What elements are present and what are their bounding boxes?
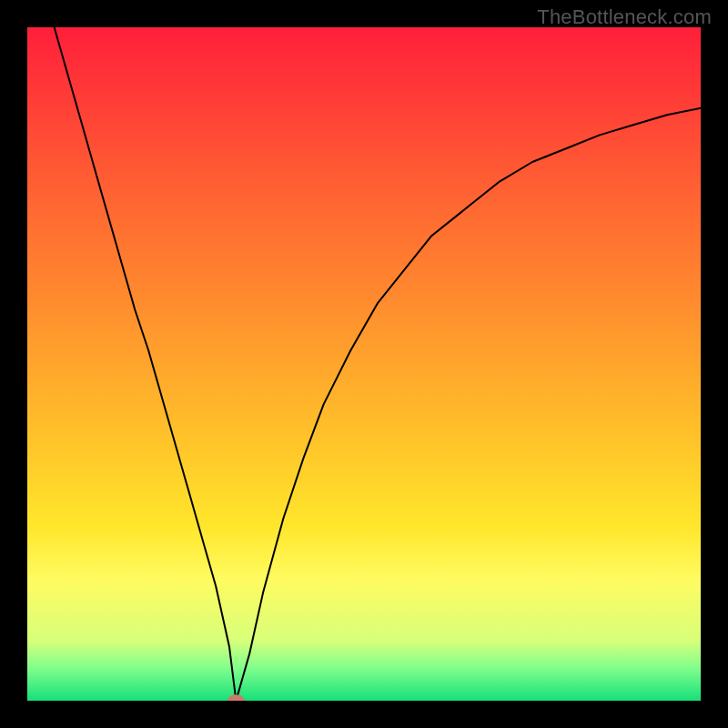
chart-svg <box>27 27 701 701</box>
watermark-text: TheBottleneck.com <box>537 5 712 29</box>
chart-background <box>27 27 701 701</box>
chart-area <box>27 27 701 701</box>
page-root: TheBottleneck.com <box>0 0 728 728</box>
